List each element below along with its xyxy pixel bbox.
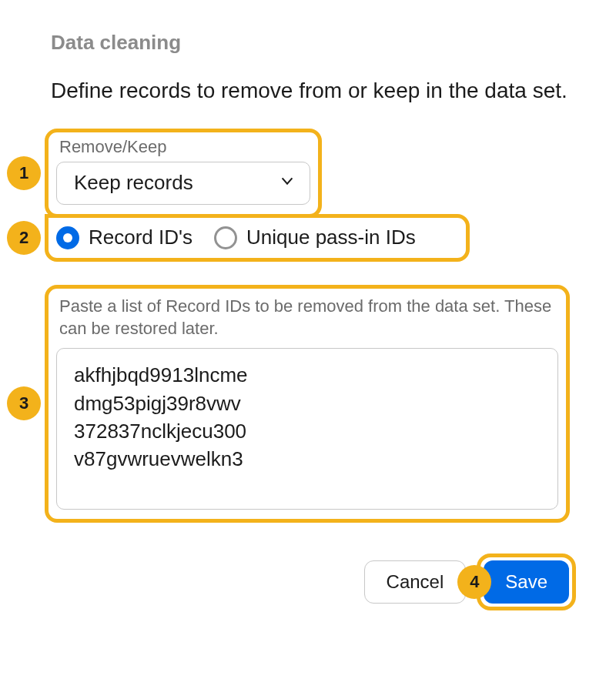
radio-selected-icon bbox=[56, 226, 79, 249]
radio-record-ids-label: Record ID's bbox=[89, 226, 192, 249]
save-button[interactable]: Save bbox=[484, 560, 569, 604]
remove-keep-group: 1 Remove/Keep Keep records bbox=[45, 129, 322, 218]
record-id-paste-hint: Paste a list of Record IDs to be removed… bbox=[56, 295, 558, 348]
save-button-highlight: 4 Save bbox=[477, 554, 576, 610]
data-cleaning-panel: Data cleaning Define records to remove f… bbox=[0, 0, 616, 699]
radio-unselected-icon bbox=[214, 226, 237, 249]
annotation-badge-1: 1 bbox=[7, 156, 41, 190]
radio-record-ids[interactable]: Record ID's bbox=[52, 226, 192, 249]
chevron-down-icon bbox=[279, 171, 296, 195]
radio-unique-passin-ids[interactable]: Unique pass-in IDs bbox=[214, 226, 416, 249]
section-description: Define records to remove from or keep in… bbox=[51, 76, 579, 105]
remove-keep-value: Keep records bbox=[74, 171, 193, 195]
section-title: Data cleaning bbox=[51, 31, 579, 55]
cancel-button[interactable]: Cancel bbox=[364, 560, 467, 604]
annotation-badge-4: 4 bbox=[457, 565, 491, 599]
annotation-badge-2: 2 bbox=[7, 221, 41, 255]
dialog-footer: Cancel 4 Save bbox=[51, 554, 579, 610]
radio-unique-passin-label: Unique pass-in IDs bbox=[246, 226, 416, 249]
annotation-badge-3: 3 bbox=[7, 386, 41, 420]
record-id-textarea[interactable]: akfhjbqd9913lncme dmg53pigj39r8vwv 37283… bbox=[56, 348, 558, 510]
remove-keep-select[interactable]: Keep records bbox=[56, 162, 310, 205]
remove-keep-label: Remove/Keep bbox=[56, 137, 310, 157]
id-type-radio-group: 2 Record ID's Unique pass-in IDs bbox=[45, 214, 470, 262]
record-id-paste-group: 3 Paste a list of Record IDs to be remov… bbox=[45, 285, 570, 523]
